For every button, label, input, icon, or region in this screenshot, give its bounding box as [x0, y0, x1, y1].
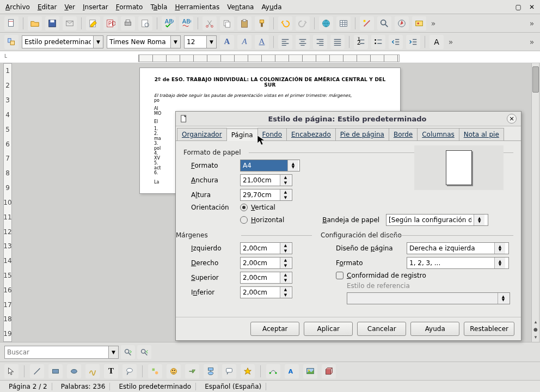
height-value[interactable]: [241, 189, 280, 200]
chevron-down-icon[interactable]: ▼: [206, 36, 216, 48]
paste-button[interactable]: [237, 16, 251, 30]
underline-button[interactable]: A: [255, 35, 269, 49]
vertical-ruler[interactable]: 12345678910111213141516171819: [3, 63, 12, 342]
flowchart-tool[interactable]: [204, 364, 218, 378]
menu-archivo[interactable]: Archivo: [5, 3, 30, 11]
horizontal-ruler[interactable]: [138, 54, 400, 62]
status-words[interactable]: Palabras: 236: [57, 383, 111, 390]
menu-tabla[interactable]: Tabla: [150, 3, 167, 11]
tab-nota-al-pie[interactable]: Nota al pie: [459, 128, 504, 140]
dialog-titlebar[interactable]: Estilo de página: Estilo predeterminado …: [176, 112, 521, 126]
copy-button[interactable]: [220, 16, 234, 30]
save-button[interactable]: [45, 16, 59, 30]
register-checkbox[interactable]: [336, 272, 343, 279]
dialog-close-button[interactable]: ✕: [507, 114, 517, 124]
styles-button[interactable]: [4, 35, 19, 49]
arrow-shapes-tool[interactable]: [185, 364, 199, 378]
width-value[interactable]: [241, 175, 280, 186]
status-language[interactable]: Español (España): [200, 383, 266, 390]
basic-shapes-tool[interactable]: [148, 364, 162, 378]
menu-insertar[interactable]: Insertar: [83, 3, 108, 11]
width-spin[interactable]: ▲▼: [240, 174, 292, 186]
window-restore-icon[interactable]: ▢: [516, 3, 521, 11]
formatting-overflow-icon[interactable]: »: [447, 38, 455, 46]
menu-editar[interactable]: Editar: [38, 3, 57, 11]
star-shapes-tool[interactable]: [241, 364, 255, 378]
margin-right-spin[interactable]: ▲▼: [240, 257, 292, 269]
find-prev-button[interactable]: [137, 345, 151, 359]
callout-shapes-tool[interactable]: [222, 364, 236, 378]
font-name-input[interactable]: [107, 36, 170, 48]
find-replace-button[interactable]: [377, 16, 391, 30]
cancel-button[interactable]: Cancelar: [357, 322, 406, 336]
line-tool[interactable]: [30, 364, 44, 378]
font-size-input[interactable]: [185, 36, 206, 48]
nav-prev-icon[interactable]: ▴: [532, 319, 539, 327]
table-button[interactable]: [336, 16, 351, 30]
margin-top-spin[interactable]: ▲▼: [240, 272, 292, 284]
help-button[interactable]: Ayuda: [410, 322, 459, 336]
ellipse-tool[interactable]: [67, 364, 81, 378]
number-format-select[interactable]: ▲▼: [407, 257, 509, 269]
export-pdf-button[interactable]: PDF: [103, 16, 118, 30]
undo-button[interactable]: [278, 16, 292, 30]
find-combo[interactable]: ▼: [4, 346, 119, 359]
ok-button[interactable]: Aceptar: [250, 322, 299, 336]
status-style[interactable]: Estilo predeterminado: [114, 383, 196, 390]
show-draw-button[interactable]: [360, 16, 374, 30]
find-next-button[interactable]: [121, 345, 135, 359]
margin-left-spin[interactable]: ▲▼: [240, 242, 292, 254]
find-input[interactable]: [5, 346, 108, 358]
tab-borde[interactable]: Borde: [389, 128, 418, 140]
cut-button[interactable]: [202, 16, 217, 30]
tab-pie-de-pagina[interactable]: Pie de página: [335, 128, 389, 140]
font-name-combo[interactable]: ▼: [107, 35, 181, 48]
menu-herramientas[interactable]: Herramientas: [175, 3, 219, 11]
select-tool[interactable]: [4, 364, 19, 378]
scrollbar-thumb[interactable]: [532, 66, 539, 93]
menu-ayuda[interactable]: Ayuda: [261, 3, 281, 11]
tray-select[interactable]: ▲▼: [386, 214, 488, 226]
menu-ver[interactable]: Ver: [64, 3, 75, 11]
chevron-down-icon[interactable]: ▼: [170, 36, 180, 48]
align-center-button[interactable]: [296, 35, 310, 49]
menu-formato[interactable]: Formato: [116, 3, 143, 11]
chevron-down-icon[interactable]: ▼: [93, 36, 103, 48]
rect-tool[interactable]: [48, 364, 63, 378]
window-close-icon[interactable]: ✕: [529, 3, 535, 11]
fontwork-tool[interactable]: A: [285, 364, 299, 378]
decrease-indent-button[interactable]: [389, 35, 403, 49]
italic-button[interactable]: A: [237, 35, 251, 49]
font-size-combo[interactable]: ▼: [184, 35, 217, 48]
vertical-scrollbar[interactable]: ▴ ● ▾: [531, 63, 539, 342]
format-select[interactable]: ▲▼: [240, 160, 300, 171]
edit-mode-button[interactable]: [86, 16, 100, 30]
freeform-tool[interactable]: [85, 364, 100, 378]
redo-button[interactable]: [296, 16, 310, 30]
align-left-button[interactable]: [278, 35, 292, 49]
symbol-shapes-tool[interactable]: [167, 364, 181, 378]
reset-button[interactable]: Restablecer: [464, 322, 514, 336]
points-tool[interactable]: [266, 364, 280, 378]
align-justify-button[interactable]: [330, 35, 345, 49]
gallery-button[interactable]: [412, 16, 426, 30]
navigator-button[interactable]: [395, 16, 409, 30]
email-button[interactable]: [63, 16, 77, 30]
print-button[interactable]: [121, 16, 135, 30]
tab-pagina[interactable]: Página: [226, 128, 258, 141]
hyperlink-button[interactable]: [319, 16, 333, 30]
align-right-button[interactable]: [313, 35, 327, 49]
clone-format-button[interactable]: [255, 16, 269, 30]
bullet-list-button[interactable]: [371, 35, 385, 49]
tab-columnas[interactable]: Columnas: [417, 128, 459, 140]
menu-ventana[interactable]: Ventana: [227, 3, 254, 11]
nav-select-icon[interactable]: ●: [532, 327, 539, 334]
bold-button[interactable]: A: [220, 35, 234, 49]
formatting-menu-icon[interactable]: »: [528, 38, 536, 46]
tab-fondo[interactable]: Fondo: [257, 128, 287, 140]
tab-encabezado[interactable]: Encabezado: [286, 128, 336, 140]
callout-tool[interactable]: [122, 364, 137, 378]
extrusion-tool[interactable]: [322, 364, 336, 378]
spellcheck-button[interactable]: ABC: [162, 16, 176, 30]
apply-button[interactable]: Aplicar: [304, 322, 353, 336]
